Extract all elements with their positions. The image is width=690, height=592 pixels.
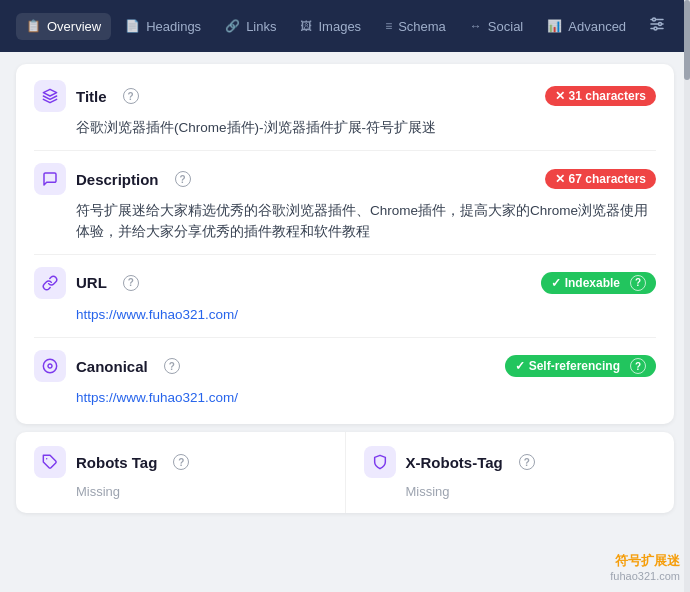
watermark-line1: 符号扩展迷 (610, 552, 680, 570)
canonical-section-left: Canonical ? (34, 350, 180, 382)
description-section-left: Description ? (34, 163, 191, 195)
robots-tag-label: Robots Tag (76, 454, 157, 471)
main-content: Title ? ✕ 31 characters 谷歌浏览器插件(Chrome插件… (0, 52, 690, 529)
description-icon (34, 163, 66, 195)
robots-tag-icon (34, 446, 66, 478)
nav-item-schema[interactable]: ≡ Schema (375, 13, 456, 40)
x-robots-tag-value: Missing (364, 484, 657, 499)
watermark-line2: fuhao321.com (610, 570, 680, 582)
nav-label-advanced: Advanced (568, 19, 626, 34)
top-nav: 📋 Overview 📄 Headings 🔗 Links 🖼 Images ≡… (0, 0, 690, 52)
divider-1 (34, 150, 656, 151)
scrollbar[interactable] (684, 0, 690, 592)
url-badge: ✓ Indexable ? (541, 272, 656, 294)
canonical-badge-help[interactable]: ? (630, 358, 646, 374)
nav-label-links: Links (246, 19, 276, 34)
nav-item-headings[interactable]: 📄 Headings (115, 13, 211, 40)
nav-label-images: Images (318, 19, 361, 34)
nav-label-social: Social (488, 19, 523, 34)
nav-label-headings: Headings (146, 19, 201, 34)
url-section-header: URL ? ✓ Indexable ? (34, 267, 656, 299)
title-icon (34, 80, 66, 112)
images-icon: 🖼 (300, 19, 312, 33)
description-section-header: Description ? ✕ 67 characters (34, 163, 656, 195)
title-label: Title (76, 88, 107, 105)
svg-point-3 (653, 18, 656, 21)
canonical-value: https://www.fuhao321.com/ (34, 388, 656, 408)
x-robots-tag-header: X-Robots-Tag ? (364, 446, 657, 478)
x-robots-tag-label: X-Robots-Tag (406, 454, 503, 471)
nav-item-overview[interactable]: 📋 Overview (16, 13, 111, 40)
url-help-icon[interactable]: ? (123, 275, 139, 291)
title-badge-text: ✕ 31 characters (555, 89, 646, 103)
url-label: URL (76, 274, 107, 291)
x-robots-tag-left: X-Robots-Tag ? (364, 446, 535, 478)
robots-card-row: Robots Tag ? Missing X-Robots-Tag (16, 432, 674, 513)
nav-label-schema: Schema (398, 19, 446, 34)
description-label: Description (76, 171, 159, 188)
x-robots-tag-col: X-Robots-Tag ? Missing (346, 432, 675, 513)
headings-icon: 📄 (125, 19, 140, 33)
nav-item-social[interactable]: ↔ Social (460, 13, 533, 40)
nav-item-advanced[interactable]: 📊 Advanced (537, 13, 636, 40)
divider-3 (34, 337, 656, 338)
robots-tag-left: Robots Tag ? (34, 446, 189, 478)
seo-overview-card: Title ? ✕ 31 characters 谷歌浏览器插件(Chrome插件… (16, 64, 674, 424)
url-value: https://www.fuhao321.com/ (34, 305, 656, 325)
robots-tag-value: Missing (34, 484, 327, 499)
divider-2 (34, 254, 656, 255)
overview-icon: 📋 (26, 19, 41, 33)
description-help-icon[interactable]: ? (175, 171, 191, 187)
svg-point-5 (654, 27, 657, 30)
nav-item-images[interactable]: 🖼 Images (290, 13, 371, 40)
watermark: 符号扩展迷 fuhao321.com (610, 552, 680, 582)
social-icon: ↔ (470, 19, 482, 33)
canonical-badge: ✓ Self-referencing ? (505, 355, 656, 377)
schema-icon: ≡ (385, 19, 392, 33)
title-section-left: Title ? (34, 80, 139, 112)
url-badge-text: ✓ Indexable (551, 276, 620, 290)
canonical-badge-text: ✓ Self-referencing (515, 359, 620, 373)
canonical-help-icon[interactable]: ? (164, 358, 180, 374)
svg-point-7 (48, 364, 52, 368)
description-value: 符号扩展迷给大家精选优秀的谷歌浏览器插件、Chrome插件，提高大家的Chrom… (34, 201, 656, 242)
url-icon (34, 267, 66, 299)
title-value: 谷歌浏览器插件(Chrome插件)-浏览器插件扩展-符号扩展迷 (34, 118, 656, 138)
robots-tag-header: Robots Tag ? (34, 446, 327, 478)
url-section-left: URL ? (34, 267, 139, 299)
canonical-icon (34, 350, 66, 382)
canonical-label: Canonical (76, 358, 148, 375)
x-robots-tag-icon (364, 446, 396, 478)
settings-button[interactable] (640, 9, 674, 43)
links-icon: 🔗 (225, 19, 240, 33)
description-badge-text: ✕ 67 characters (555, 172, 646, 186)
robots-card: Robots Tag ? Missing X-Robots-Tag (16, 432, 674, 513)
title-section-header: Title ? ✕ 31 characters (34, 80, 656, 112)
x-robots-tag-help[interactable]: ? (519, 454, 535, 470)
description-badge: ✕ 67 characters (545, 169, 656, 189)
robots-tag-col: Robots Tag ? Missing (16, 432, 346, 513)
url-badge-help[interactable]: ? (630, 275, 646, 291)
scrollbar-thumb[interactable] (684, 0, 690, 80)
title-badge: ✕ 31 characters (545, 86, 656, 106)
title-help-icon[interactable]: ? (123, 88, 139, 104)
canonical-section-header: Canonical ? ✓ Self-referencing ? (34, 350, 656, 382)
nav-item-links[interactable]: 🔗 Links (215, 13, 286, 40)
advanced-icon: 📊 (547, 19, 562, 33)
svg-point-6 (43, 359, 56, 372)
svg-point-4 (659, 23, 662, 26)
nav-label-overview: Overview (47, 19, 101, 34)
robots-tag-help[interactable]: ? (173, 454, 189, 470)
